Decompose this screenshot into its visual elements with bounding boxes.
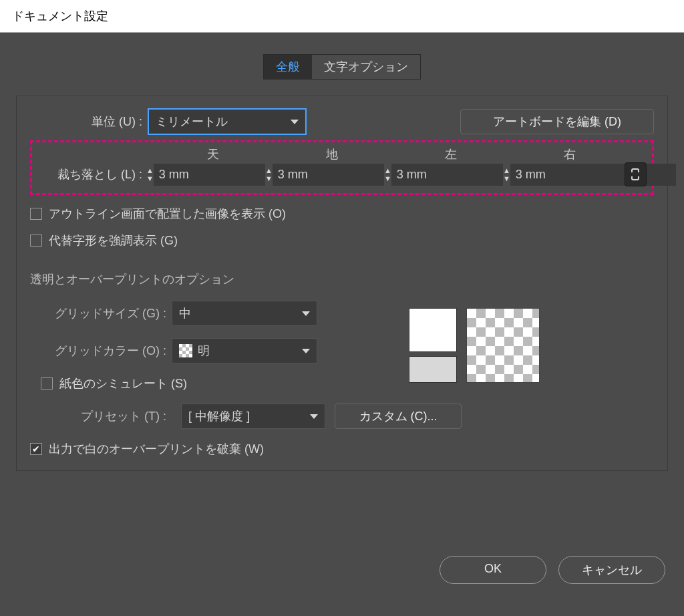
preview-gray-swatch [409,356,457,383]
bleed-left-spinner[interactable]: ▲▼ [384,164,498,186]
cancel-button[interactable]: キャンセル [558,556,665,584]
up-icon[interactable]: ▲ [503,166,510,174]
simulate-paper-checkbox[interactable] [41,377,53,390]
link-bleed-icon[interactable] [625,162,647,186]
units-value: ミリメートル [156,114,228,130]
bleed-header-top: 天 [156,146,270,162]
bleed-label: 裁ち落とし (L) : [37,166,146,182]
bleed-right-input[interactable] [510,164,676,186]
outline-images-checkbox[interactable] [30,208,42,220]
down-icon[interactable]: ▼ [384,174,391,182]
discard-white-op-checkbox[interactable]: ✔ [30,443,42,455]
chevron-down-icon [302,349,310,353]
grid-color-label: グリッドカラー (O) : [30,343,172,359]
dialog-footer: OK キャンセル [440,556,665,584]
grid-color-select[interactable]: 明 [172,338,317,363]
units-select[interactable]: ミリメートル [148,108,307,135]
bleed-header-left: 左 [394,146,508,162]
units-label: 単位 (U) : [30,114,142,130]
titlebar: ドキュメント設定 [0,0,684,33]
checker-swatch-icon [179,344,192,357]
alt-glyphs-checkbox[interactable] [30,235,42,247]
up-icon[interactable]: ▲ [384,166,391,174]
bleed-top-spinner[interactable]: ▲▼ [146,164,260,186]
tab-general[interactable]: 全般 [264,55,312,79]
outline-images-label: アウトライン画面で配置した画像を表示 (O) [49,206,286,222]
up-icon[interactable]: ▲ [265,166,273,174]
grid-color-value: 明 [198,343,302,359]
down-icon[interactable]: ▼ [503,174,510,182]
preset-value: [ 中解像度 ] [188,408,250,424]
edit-artboard-button[interactable]: アートボードを編集 (D) [460,109,654,134]
chevron-down-icon [302,311,310,316]
simulate-paper-label: 紙色のシミュレート (S) [59,375,187,392]
bleed-right-spinner[interactable]: ▲▼ [503,164,617,186]
ok-button[interactable]: OK [440,556,546,584]
custom-button[interactable]: カスタム (C)... [335,404,462,429]
transparency-preview [409,308,540,383]
general-panel: 単位 (U) : ミリメートル アートボードを編集 (D) 天 地 左 右 [16,96,668,471]
grid-size-label: グリッドサイズ (G) : [30,305,172,321]
preset-label: プリセット (T) : [30,408,172,424]
grid-size-select[interactable]: 中 [172,301,317,326]
preview-checker-swatch [466,308,540,383]
bleed-bottom-spinner[interactable]: ▲▼ [265,164,379,186]
document-setup-dialog: ドキュメント設定 全般 文字オプション 単位 (U) : ミリメートル アートボ… [0,0,684,616]
discard-white-op-label: 出力で白のオーバープリントを破棄 (W) [49,441,264,457]
tab-bar: 全般 文字オプション [16,54,668,80]
dialog-title: ドキュメント設定 [12,9,108,23]
bleed-section: 天 地 左 右 裁ち落とし (L) : ▲▼ ▲▼ [30,140,654,195]
bleed-header-right: 右 [513,146,627,162]
preset-select[interactable]: [ 中解像度 ] [181,404,325,429]
preview-white-swatch [409,308,457,352]
down-icon[interactable]: ▼ [265,174,273,182]
bleed-header-bottom: 地 [275,146,389,162]
up-icon[interactable]: ▲ [146,166,154,174]
transparency-section-title: 透明とオーバープリントのオプション [30,271,654,287]
chevron-down-icon [310,414,318,419]
tab-type-options[interactable]: 文字オプション [312,55,420,79]
chevron-down-icon [291,120,299,124]
alt-glyphs-label: 代替字形を強調表示 (G) [49,233,178,249]
dialog-body: 全般 文字オプション 単位 (U) : ミリメートル アートボードを編集 (D) [0,33,684,616]
down-icon[interactable]: ▼ [146,174,154,182]
grid-size-value: 中 [179,305,191,321]
